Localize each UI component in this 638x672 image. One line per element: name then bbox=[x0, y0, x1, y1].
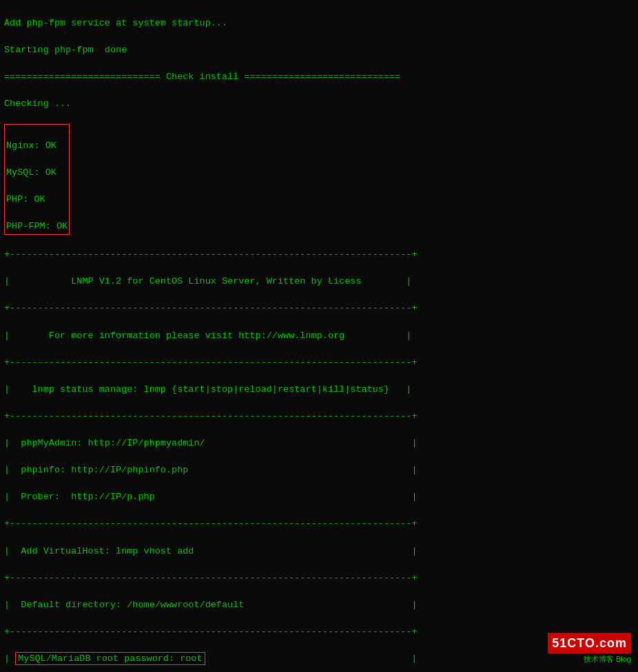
prober: | Prober: http://IP/p.php | bbox=[4, 492, 418, 502]
watermark: 51CTO.com 技术博客 Blog bbox=[548, 633, 631, 665]
info-url: | For more information please visit http… bbox=[4, 330, 411, 341]
default-dir: | Default directory: /home/wwwroot/defau… bbox=[4, 600, 418, 610]
vhost: | Add VirtualHost: lnmp vhost add | bbox=[4, 546, 418, 556]
watermark-sub: 技术博客 Blog bbox=[584, 654, 631, 665]
mysql-ok: MySQL: OK bbox=[6, 167, 56, 178]
phpfpm-ok: PHP-FPM: OK bbox=[6, 221, 68, 231]
border-6: +---------------------------------------… bbox=[4, 573, 418, 583]
watermark-logo: 51CTO.com bbox=[548, 633, 631, 653]
lnmp-title: | LNMP V1.2 for CentOS Linux Server, Wri… bbox=[4, 276, 411, 286]
border-4: +---------------------------------------… bbox=[4, 411, 418, 421]
terminal-output: Add php-fpm service at system startup...… bbox=[4, 3, 634, 672]
line-4: Checking ... bbox=[4, 98, 71, 109]
border-3: +---------------------------------------… bbox=[4, 357, 418, 368]
status-ok-group: Nginx: OK MySQL: OK PHP: OK PHP-FPM: OK bbox=[4, 124, 70, 235]
border-2: +---------------------------------------… bbox=[4, 303, 418, 313]
mysql-password: MySQL/MariaDB root password: root bbox=[15, 652, 205, 665]
phpinfo: | phpinfo: http://IP/phpinfo.php | bbox=[4, 465, 418, 475]
border-5: +---------------------------------------… bbox=[4, 518, 418, 529]
line-2: Starting php-fpm done bbox=[4, 45, 127, 55]
php-ok: PHP: OK bbox=[6, 194, 45, 204]
phpmyadmin: | phpMyAdmin: http://IP/phpmyadmin/ | bbox=[4, 438, 418, 448]
border-1: +---------------------------------------… bbox=[4, 249, 418, 260]
line-1: Add php-fpm service at system startup... bbox=[4, 18, 227, 28]
line-3: ============================ Check insta… bbox=[4, 72, 400, 82]
border-7: +---------------------------------------… bbox=[4, 627, 418, 637]
status-manage: | lnmp status manage: lnmp {start|stop|r… bbox=[4, 384, 411, 395]
nginx-ok: Nginx: OK bbox=[6, 140, 56, 151]
